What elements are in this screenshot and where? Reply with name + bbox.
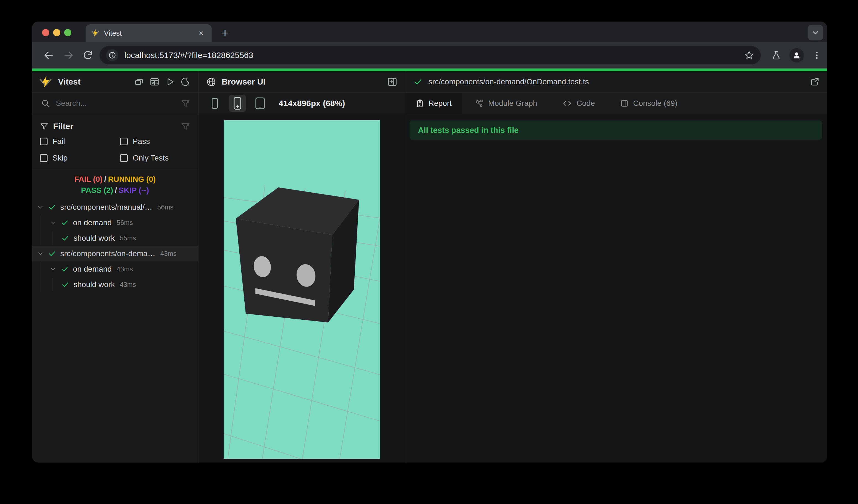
dashboard-icon[interactable] <box>149 77 160 87</box>
forward-button[interactable] <box>62 49 75 62</box>
chevron-down-icon[interactable] <box>47 266 59 273</box>
fail-count: FAIL (0) <box>74 175 102 183</box>
search-input[interactable] <box>56 99 198 108</box>
tab-title: Vitest <box>104 29 196 37</box>
banner-text: All tests passed in this file <box>418 126 519 135</box>
funnel-icon <box>40 122 49 131</box>
tab-report[interactable]: Report <box>405 93 462 114</box>
site-info-icon[interactable] <box>106 49 118 61</box>
device-phone-large-button[interactable] <box>229 95 246 112</box>
search-icon <box>41 99 50 108</box>
url-text: localhost:5173/#/?file=1828625563 <box>124 51 744 60</box>
minimize-window-button[interactable] <box>53 29 60 36</box>
experiments-flask-icon[interactable] <box>771 50 781 60</box>
duration: 43ms <box>117 265 133 273</box>
pass-check-icon <box>46 204 58 211</box>
sidebar-actions <box>134 77 191 87</box>
tree-indent-guide <box>52 231 53 245</box>
checkbox-box[interactable] <box>40 154 48 162</box>
pass-check-icon <box>59 219 70 227</box>
tab-close-icon[interactable]: × <box>196 28 206 38</box>
checkbox-box[interactable] <box>120 154 128 162</box>
test-tree: src/components/manual/… 56ms on demand 5… <box>32 199 198 462</box>
summary-line-2: PASS (2)/SKIP (--) <box>32 185 198 196</box>
tree-row-file-selected[interactable]: src/components/on-dema… 43ms <box>32 246 198 261</box>
duration: 55ms <box>120 234 136 242</box>
device-phone-small-button[interactable] <box>206 95 223 112</box>
filter-checkbox-pass[interactable]: Pass <box>120 137 150 146</box>
rendered-page-canvas[interactable] <box>224 120 380 459</box>
address-bar[interactable]: localhost:5173/#/?file=1828625563 <box>99 46 761 64</box>
filter-title: Filter <box>40 121 73 131</box>
browser-iframe-area <box>198 114 405 462</box>
open-external-icon[interactable] <box>810 77 820 87</box>
run-all-icon[interactable] <box>165 77 175 87</box>
chevron-down-icon[interactable] <box>47 220 59 226</box>
new-tab-button[interactable]: + <box>217 25 233 42</box>
device-tablet-button[interactable] <box>252 95 269 112</box>
app-title: Vitest <box>58 77 80 86</box>
tree-indent-guide <box>40 215 41 245</box>
checkbox-box[interactable] <box>120 137 128 145</box>
collapse-all-icon[interactable] <box>134 77 144 87</box>
bookmark-star-icon[interactable] <box>744 50 754 60</box>
pass-check-icon <box>60 234 71 242</box>
filter-checkbox-skip[interactable]: Skip <box>40 153 67 162</box>
reload-button[interactable] <box>81 49 95 62</box>
duration: 56ms <box>117 219 133 227</box>
viewport-toolbar: 414x896px (68%) <box>198 93 405 114</box>
tree-row-test[interactable]: should work 43ms <box>32 277 198 292</box>
filter-checkbox-fail[interactable]: Fail <box>40 137 65 146</box>
code-icon <box>562 99 572 108</box>
tab-code[interactable]: Code <box>550 93 607 114</box>
chevron-down-icon[interactable] <box>34 250 46 257</box>
test-summary: FAIL (0)/RUNNING (0) PASS (2)/SKIP (--) <box>32 169 198 199</box>
globe-icon <box>206 77 216 87</box>
tree-row-file[interactable]: src/components/manual/… 56ms <box>32 199 198 215</box>
pass-count: PASS (2) <box>81 186 113 195</box>
tab-module-graph[interactable]: Module Graph <box>462 93 550 114</box>
tab-search-button[interactable] <box>808 25 823 40</box>
tab-console[interactable]: Console (69) <box>607 93 690 114</box>
vitest-app: Vitest <box>32 71 827 462</box>
tree-row-test[interactable]: should work 55ms <box>32 230 198 246</box>
clear-filters-icon[interactable] <box>181 121 190 131</box>
tree-row-suite[interactable]: on demand 43ms <box>32 261 198 277</box>
console-icon <box>620 99 629 108</box>
dark-mode-moon-icon[interactable] <box>180 77 191 87</box>
profile-avatar[interactable] <box>790 48 804 63</box>
filter-section: Filter Fail Pass Skip Only Tests <box>32 114 198 169</box>
checkbox-box[interactable] <box>40 137 48 145</box>
zoom-window-button[interactable] <box>64 29 71 36</box>
tree-indent-guide <box>52 278 53 291</box>
file-header: src/components/on-demand/OnDemand.test.t… <box>405 71 827 93</box>
menu-dots-icon[interactable] <box>812 51 822 60</box>
browser-tab[interactable]: Vitest × <box>86 24 212 42</box>
browser-ui-panel: Browser UI 414x896px (68%) <box>198 71 405 462</box>
sidebar: Vitest <box>32 71 198 462</box>
close-window-button[interactable] <box>42 29 49 36</box>
browser-window: Vitest × + localhost:5173/#/?file=182862… <box>32 21 827 462</box>
file-pass-check-icon <box>414 77 423 86</box>
running-count: RUNNING (0) <box>108 175 156 183</box>
all-tests-passed-banner: All tests passed in this file <box>410 120 822 140</box>
report-tabs: Report Module Graph Code Console (69) <box>405 93 827 114</box>
dock-panel-icon[interactable] <box>387 77 397 87</box>
clear-search-filter-icon[interactable] <box>181 99 190 108</box>
duration: 43ms <box>120 281 136 289</box>
report-panel: src/components/on-demand/OnDemand.test.t… <box>405 71 827 462</box>
browser-ui-title: Browser UI <box>222 77 265 86</box>
sidebar-header: Vitest <box>32 71 198 93</box>
tree-row-suite[interactable]: on demand 56ms <box>32 215 198 230</box>
pass-check-icon <box>60 281 71 289</box>
browser-ui-header: Browser UI <box>198 71 405 93</box>
chevron-down-icon[interactable] <box>34 204 46 211</box>
robot-head-cube <box>236 188 359 323</box>
module-graph-icon <box>475 99 484 108</box>
back-button[interactable] <box>42 49 55 62</box>
filter-checkbox-only-tests[interactable]: Only Tests <box>120 153 169 162</box>
clipboard-icon <box>416 99 424 108</box>
duration: 43ms <box>160 250 177 258</box>
tab-strip: Vitest × + <box>32 21 827 42</box>
skip-count: SKIP (--) <box>118 186 149 195</box>
